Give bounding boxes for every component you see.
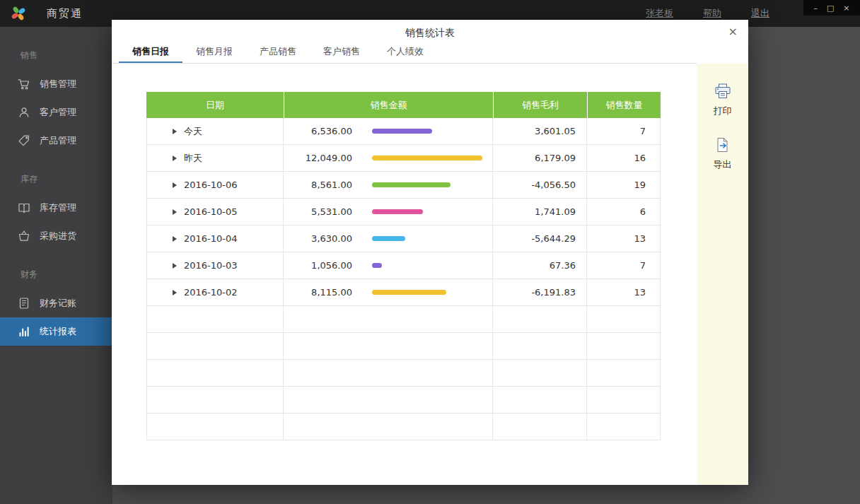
sidebar-item-inventory-management[interactable]: 库存管理 xyxy=(0,194,112,222)
column-header-quantity: 销售数量 xyxy=(587,92,661,118)
action-panel: 打印 导出 xyxy=(697,64,748,485)
table-row[interactable]: 2016-10-02 8,115.00 -6,191.83 13 xyxy=(146,279,661,306)
amount-bar xyxy=(372,129,432,134)
table-header: 日期 销售金额 销售毛利 销售数量 xyxy=(146,92,661,118)
sidebar-item-label: 采购进货 xyxy=(40,230,76,242)
expand-arrow-icon[interactable] xyxy=(173,263,177,269)
table-row[interactable]: 2016-10-05 5,531.00 1,741.09 6 xyxy=(146,199,661,225)
sidebar-section-finance: 财务 xyxy=(0,250,112,289)
row-profit: 6,179.09 xyxy=(493,145,587,171)
row-quantity: 13 xyxy=(587,225,661,252)
printer-icon xyxy=(714,83,731,102)
app-logo-icon xyxy=(10,5,27,22)
table-row[interactable]: 2016-10-03 1,056.00 67.36 7 xyxy=(146,252,661,279)
row-quantity: 6 xyxy=(587,199,661,225)
sidebar-item-sales-management[interactable]: 销售管理 xyxy=(0,70,112,98)
row-date: 2016-10-04 xyxy=(184,233,238,244)
exit-link[interactable]: 退出 xyxy=(751,7,769,20)
row-quantity: 16 xyxy=(587,145,661,171)
row-amount: 8,115.00 xyxy=(284,287,352,298)
row-date: 2016-10-03 xyxy=(184,260,238,271)
tag-icon xyxy=(18,134,30,147)
sales-table: 日期 销售金额 销售毛利 销售数量 今天 6,536.00 3,601.05 7… xyxy=(146,92,661,440)
table-empty-row xyxy=(146,333,661,360)
tab-personal-performance[interactable]: 个人绩效 xyxy=(373,41,437,63)
export-button[interactable]: 导出 xyxy=(714,137,732,171)
table-empty-row xyxy=(146,414,661,440)
row-quantity: 13 xyxy=(587,279,661,305)
print-button[interactable]: 打印 xyxy=(714,83,732,117)
row-date: 昨天 xyxy=(184,152,202,165)
tab-customer-sales[interactable]: 客户销售 xyxy=(310,41,373,63)
table-row[interactable]: 2016-10-04 3,630.00 -5,644.29 13 xyxy=(146,225,661,252)
basket-icon xyxy=(18,230,30,242)
expand-arrow-icon[interactable] xyxy=(173,236,177,242)
close-window-icon[interactable]: × xyxy=(843,4,849,12)
row-date: 2016-10-02 xyxy=(184,287,238,298)
window-controls: – □ × xyxy=(803,0,860,16)
row-profit: -5,644.29 xyxy=(493,225,587,252)
sidebar-item-label: 客户管理 xyxy=(40,106,76,119)
row-date: 2016-10-05 xyxy=(184,206,238,217)
sidebar-item-bookkeeping[interactable]: 财务记账 xyxy=(0,289,112,317)
table-row[interactable]: 昨天 12,049.00 6,179.09 16 xyxy=(146,145,661,172)
tab-bar: 销售日报 销售月报 产品销售 客户销售 个人绩效 xyxy=(112,41,697,64)
user-menu[interactable]: 张老板 xyxy=(646,7,673,20)
bar-chart-icon xyxy=(18,325,30,338)
amount-bar xyxy=(372,209,423,214)
export-label: 导出 xyxy=(714,158,732,171)
row-date: 今天 xyxy=(184,125,202,138)
expand-arrow-icon[interactable] xyxy=(173,129,177,134)
row-profit: -4,056.50 xyxy=(493,172,587,198)
row-amount: 5,531.00 xyxy=(284,206,352,217)
row-amount: 3,630.00 xyxy=(284,233,352,244)
amount-bar xyxy=(372,156,482,160)
table-row[interactable]: 今天 6,536.00 3,601.05 7 xyxy=(146,118,661,145)
table-row[interactable]: 2016-10-06 8,561.00 -4,056.50 19 xyxy=(146,172,661,199)
sidebar-item-purchasing[interactable]: 采购进货 xyxy=(0,222,112,250)
column-header-profit: 销售毛利 xyxy=(493,92,587,118)
book-icon xyxy=(18,201,30,214)
expand-arrow-icon[interactable] xyxy=(173,290,177,295)
print-label: 打印 xyxy=(714,105,732,117)
expand-arrow-icon[interactable] xyxy=(173,156,177,161)
sidebar-item-label: 库存管理 xyxy=(40,201,76,214)
titlebar-links: 张老板 帮助 退出 xyxy=(646,7,769,20)
sidebar-section-inventory: 库存 xyxy=(0,155,112,194)
sales-statistics-dialog: 销售统计表 × 销售日报 销售月报 产品销售 客户销售 个人绩效 打印 xyxy=(112,20,748,485)
row-date: 2016-10-06 xyxy=(184,180,238,190)
row-profit: -6,191.83 xyxy=(493,279,587,305)
table-body: 今天 6,536.00 3,601.05 7 昨天 12,049.00 6,17… xyxy=(146,118,661,440)
expand-arrow-icon[interactable] xyxy=(173,209,177,215)
amount-bar xyxy=(372,290,446,295)
row-quantity: 7 xyxy=(587,118,661,144)
sidebar-section-sales: 销售 xyxy=(0,27,112,70)
minimize-icon[interactable]: – xyxy=(813,4,818,12)
table-empty-row xyxy=(146,360,661,387)
sidebar-item-statistics-reports[interactable]: 统计报表 xyxy=(0,317,112,346)
app-title: 商贸通 xyxy=(47,7,83,20)
maximize-icon[interactable]: □ xyxy=(827,4,834,12)
row-quantity: 7 xyxy=(587,252,661,279)
expand-arrow-icon[interactable] xyxy=(173,182,177,188)
tab-product-sales[interactable]: 产品销售 xyxy=(246,41,310,63)
sidebar-item-label: 销售管理 xyxy=(40,78,76,90)
row-quantity: 19 xyxy=(587,172,661,198)
row-amount: 8,561.00 xyxy=(284,180,352,190)
ledger-icon xyxy=(18,297,30,310)
row-amount: 12,049.00 xyxy=(284,153,352,163)
sidebar-item-customer-management[interactable]: 客户管理 xyxy=(0,98,112,127)
sidebar-item-label: 财务记账 xyxy=(40,297,76,310)
sidebar-item-label: 统计报表 xyxy=(40,325,76,338)
sidebar: 销售 销售管理 客户管理 产品管理 库存 库存管理 xyxy=(0,27,112,504)
help-link[interactable]: 帮助 xyxy=(703,7,721,20)
export-icon xyxy=(715,137,731,156)
row-profit: 3,601.05 xyxy=(493,118,587,144)
row-profit: 1,741.09 xyxy=(493,199,587,225)
person-icon xyxy=(18,106,30,119)
tab-daily-sales[interactable]: 销售日报 xyxy=(119,41,182,63)
tab-monthly-sales[interactable]: 销售月报 xyxy=(182,41,246,63)
amount-bar xyxy=(372,263,382,268)
dialog-close-icon[interactable]: × xyxy=(728,26,738,37)
sidebar-item-product-management[interactable]: 产品管理 xyxy=(0,127,112,155)
